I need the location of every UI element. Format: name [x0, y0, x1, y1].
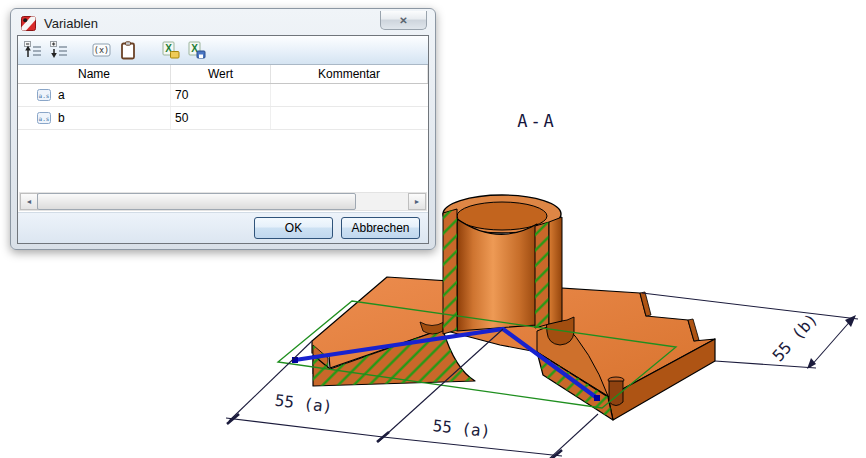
variable-icon: a.s [37, 89, 52, 101]
scroll-left-button[interactable]: ◄ [20, 193, 38, 210]
variable-value[interactable]: 70 [171, 84, 271, 106]
dimension-line-bottom [226, 418, 562, 456]
scrollbar-thumb[interactable] [37, 193, 356, 210]
variable-comment[interactable] [271, 107, 428, 129]
excel-import-icon[interactable]: X [160, 40, 181, 61]
variable-name: a [58, 88, 65, 102]
move-up-glyph [24, 41, 42, 59]
section-path-endpoint [594, 395, 600, 401]
ok-button[interactable]: OK [254, 217, 333, 239]
table-header: Name Wert Kommentar [18, 65, 428, 84]
variable-icon: a.s [37, 112, 52, 124]
variables-dialog: Variablen ✕ [10, 8, 436, 250]
table-empty-area [18, 130, 428, 191]
dialog-title: Variablen [44, 16, 98, 31]
dim-label: 55 (a) [274, 391, 334, 417]
scroll-right-button[interactable]: ► [408, 193, 426, 210]
move-down-glyph [50, 41, 68, 59]
column-header-name[interactable]: Name [18, 65, 171, 83]
column-header-kommentar[interactable]: Kommentar [271, 65, 428, 83]
cylinder [443, 195, 562, 334]
svg-text:a.s: a.s [39, 92, 50, 99]
scroll-left-icon: ◄ [26, 198, 33, 205]
dim-label: 55 (b) [769, 309, 822, 365]
dialog-titlebar[interactable]: Variablen [13, 11, 433, 35]
cylinder-bore-wall [457, 219, 537, 331]
dialog-toolbar: (x) X [18, 36, 428, 65]
move-variable-down-icon[interactable] [48, 40, 69, 61]
move-variable-up-icon[interactable] [22, 40, 43, 61]
clipboard-icon[interactable] [117, 40, 138, 61]
cylinder-right-cut-hatch [535, 222, 549, 328]
cylinder-outer-sliver [549, 217, 562, 324]
svg-text:a.s: a.s [39, 115, 50, 122]
section-label: A-A [517, 111, 557, 131]
formula-icon[interactable]: (x) [91, 40, 112, 61]
scroll-right-icon: ► [414, 198, 421, 205]
close-button[interactable]: ✕ [380, 11, 427, 30]
variable-value[interactable]: 50 [171, 107, 271, 129]
dialog-button-row: OK Abbrechen [18, 212, 428, 243]
extension-line [642, 293, 858, 319]
column-header-wert[interactable]: Wert [171, 65, 271, 83]
excel-import-glyph: X [161, 41, 180, 59]
svg-text:(x): (x) [94, 45, 109, 55]
dialog-content: (x) X [17, 35, 429, 244]
extension-line [549, 414, 598, 458]
cancel-button[interactable]: Abbrechen [341, 217, 420, 239]
cad-viewport[interactable]: 55 (a) 55 (a) 55 (b) A-A Variablen ✕ [0, 0, 866, 458]
variable-comment[interactable] [271, 84, 428, 106]
table-row[interactable]: a.s b 50 [18, 107, 428, 130]
variable-name: b [58, 111, 65, 125]
dim-label: 55 (a) [432, 416, 491, 441]
formula-glyph: (x) [92, 41, 111, 59]
excel-export-icon[interactable]: X [186, 40, 207, 61]
table-row[interactable]: a.s a 70 [18, 84, 428, 107]
excel-export-glyph: X [187, 41, 206, 59]
clipboard-glyph [119, 41, 137, 60]
extension-line [715, 361, 816, 368]
horizontal-scrollbar[interactable]: ◄ ► [19, 192, 427, 211]
close-icon: ✕ [399, 15, 407, 26]
app-icon [21, 16, 36, 31]
